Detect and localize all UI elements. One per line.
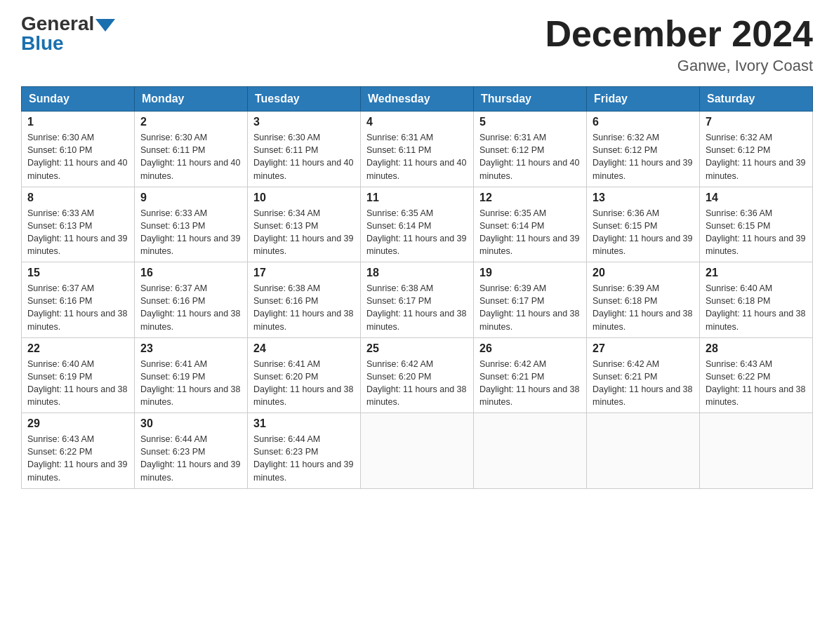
day-number: 16 (140, 267, 241, 279)
day-number: 3 (253, 116, 355, 128)
weekday-header: Wednesday (361, 87, 474, 112)
logo-blue: Blue (21, 34, 64, 53)
day-number: 11 (366, 192, 468, 204)
title-area: December 2024 Ganwe, Ivory Coast (545, 14, 813, 75)
weekday-header: Saturday (700, 87, 813, 112)
day-info: Sunrise: 6:38 AM Sunset: 6:17 PM Dayligh… (366, 282, 468, 333)
day-number: 15 (27, 267, 128, 279)
calendar-day-cell: 23Sunrise: 6:41 AM Sunset: 6:19 PM Dayli… (135, 337, 248, 413)
calendar-day-cell: 7Sunrise: 6:32 AM Sunset: 6:12 PM Daylig… (700, 112, 813, 187)
calendar-day-cell: 13Sunrise: 6:36 AM Sunset: 6:15 PM Dayli… (587, 187, 700, 262)
day-number: 2 (140, 116, 241, 128)
day-number: 8 (27, 192, 128, 204)
day-info: Sunrise: 6:40 AM Sunset: 6:19 PM Dayligh… (27, 358, 128, 409)
calendar-day-cell: 2Sunrise: 6:30 AM Sunset: 6:11 PM Daylig… (135, 112, 248, 187)
day-number: 24 (253, 342, 355, 355)
calendar-day-cell: 22Sunrise: 6:40 AM Sunset: 6:19 PM Dayli… (22, 337, 135, 413)
day-info: Sunrise: 6:32 AM Sunset: 6:12 PM Dayligh… (706, 131, 807, 182)
day-info: Sunrise: 6:41 AM Sunset: 6:20 PM Dayligh… (253, 358, 355, 409)
calendar-day-cell: 26Sunrise: 6:42 AM Sunset: 6:21 PM Dayli… (474, 337, 587, 413)
calendar-table: SundayMondayTuesdayWednesdayThursdayFrid… (21, 86, 813, 489)
day-number: 23 (140, 342, 241, 355)
calendar-day-cell: 31Sunrise: 6:44 AM Sunset: 6:23 PM Dayli… (248, 413, 361, 489)
day-number: 29 (27, 417, 128, 430)
day-number: 22 (27, 342, 128, 355)
day-info: Sunrise: 6:30 AM Sunset: 6:11 PM Dayligh… (253, 131, 355, 182)
day-number: 12 (479, 192, 581, 204)
weekday-header: Friday (587, 87, 700, 112)
calendar-day-cell: 8Sunrise: 6:33 AM Sunset: 6:13 PM Daylig… (22, 187, 135, 262)
calendar-week-row: 29Sunrise: 6:43 AM Sunset: 6:22 PM Dayli… (22, 413, 813, 489)
day-info: Sunrise: 6:42 AM Sunset: 6:21 PM Dayligh… (479, 358, 581, 409)
calendar-week-row: 1Sunrise: 6:30 AM Sunset: 6:10 PM Daylig… (22, 112, 813, 187)
day-info: Sunrise: 6:37 AM Sunset: 6:16 PM Dayligh… (140, 282, 241, 333)
day-number: 25 (366, 342, 468, 355)
calendar-day-cell: 6Sunrise: 6:32 AM Sunset: 6:12 PM Daylig… (587, 112, 700, 187)
calendar-day-cell (361, 413, 474, 489)
calendar-day-cell: 14Sunrise: 6:36 AM Sunset: 6:15 PM Dayli… (700, 187, 813, 262)
calendar-day-cell: 24Sunrise: 6:41 AM Sunset: 6:20 PM Dayli… (248, 337, 361, 413)
weekday-header: Sunday (22, 87, 135, 112)
calendar-day-cell: 4Sunrise: 6:31 AM Sunset: 6:11 PM Daylig… (361, 112, 474, 187)
day-info: Sunrise: 6:41 AM Sunset: 6:19 PM Dayligh… (140, 358, 241, 409)
day-number: 26 (479, 342, 581, 355)
day-number: 4 (366, 116, 468, 128)
day-info: Sunrise: 6:36 AM Sunset: 6:15 PM Dayligh… (593, 207, 694, 258)
day-number: 17 (253, 267, 355, 279)
calendar-day-cell: 3Sunrise: 6:30 AM Sunset: 6:11 PM Daylig… (248, 112, 361, 187)
day-number: 10 (253, 192, 355, 204)
day-info: Sunrise: 6:35 AM Sunset: 6:14 PM Dayligh… (479, 207, 581, 258)
calendar-day-cell (700, 413, 813, 489)
day-number: 5 (479, 116, 581, 128)
day-info: Sunrise: 6:37 AM Sunset: 6:16 PM Dayligh… (27, 282, 128, 333)
day-number: 1 (27, 116, 128, 128)
calendar-week-row: 8Sunrise: 6:33 AM Sunset: 6:13 PM Daylig… (22, 187, 813, 262)
day-info: Sunrise: 6:38 AM Sunset: 6:16 PM Dayligh… (253, 282, 355, 333)
day-number: 27 (593, 342, 694, 355)
day-number: 9 (140, 192, 241, 204)
day-number: 21 (706, 267, 807, 279)
day-info: Sunrise: 6:32 AM Sunset: 6:12 PM Dayligh… (593, 131, 694, 182)
day-info: Sunrise: 6:34 AM Sunset: 6:13 PM Dayligh… (253, 207, 355, 258)
logo: General Blue (21, 14, 115, 53)
day-number: 20 (593, 267, 694, 279)
calendar-day-cell: 17Sunrise: 6:38 AM Sunset: 6:16 PM Dayli… (248, 262, 361, 338)
page-title: December 2024 (545, 14, 813, 54)
calendar-day-cell: 25Sunrise: 6:42 AM Sunset: 6:20 PM Dayli… (361, 337, 474, 413)
weekday-header: Tuesday (248, 87, 361, 112)
day-info: Sunrise: 6:31 AM Sunset: 6:12 PM Dayligh… (479, 131, 581, 182)
day-number: 18 (366, 267, 468, 279)
day-number: 7 (706, 116, 807, 128)
logo-general: General (21, 14, 94, 34)
weekday-header: Thursday (474, 87, 587, 112)
calendar-day-cell (587, 413, 700, 489)
day-info: Sunrise: 6:39 AM Sunset: 6:18 PM Dayligh… (593, 282, 694, 333)
day-info: Sunrise: 6:35 AM Sunset: 6:14 PM Dayligh… (366, 207, 468, 258)
calendar-day-cell: 19Sunrise: 6:39 AM Sunset: 6:17 PM Dayli… (474, 262, 587, 338)
day-info: Sunrise: 6:33 AM Sunset: 6:13 PM Dayligh… (140, 207, 241, 258)
day-number: 31 (253, 417, 355, 430)
day-info: Sunrise: 6:40 AM Sunset: 6:18 PM Dayligh… (706, 282, 807, 333)
calendar-day-cell: 11Sunrise: 6:35 AM Sunset: 6:14 PM Dayli… (361, 187, 474, 262)
day-info: Sunrise: 6:44 AM Sunset: 6:23 PM Dayligh… (253, 433, 355, 484)
calendar-day-cell: 21Sunrise: 6:40 AM Sunset: 6:18 PM Dayli… (700, 262, 813, 338)
day-number: 19 (479, 267, 581, 279)
calendar-day-cell: 28Sunrise: 6:43 AM Sunset: 6:22 PM Dayli… (700, 337, 813, 413)
day-info: Sunrise: 6:43 AM Sunset: 6:22 PM Dayligh… (27, 433, 128, 484)
day-info: Sunrise: 6:30 AM Sunset: 6:11 PM Dayligh… (140, 131, 241, 182)
page-header: General Blue December 2024 Ganwe, Ivory … (21, 14, 813, 75)
calendar-day-cell: 1Sunrise: 6:30 AM Sunset: 6:10 PM Daylig… (22, 112, 135, 187)
calendar-day-cell: 20Sunrise: 6:39 AM Sunset: 6:18 PM Dayli… (587, 262, 700, 338)
day-info: Sunrise: 6:36 AM Sunset: 6:15 PM Dayligh… (706, 207, 807, 258)
day-number: 28 (706, 342, 807, 355)
day-number: 30 (140, 417, 241, 430)
calendar-day-cell: 27Sunrise: 6:42 AM Sunset: 6:21 PM Dayli… (587, 337, 700, 413)
calendar-week-row: 22Sunrise: 6:40 AM Sunset: 6:19 PM Dayli… (22, 337, 813, 413)
day-number: 14 (706, 192, 807, 204)
calendar-header-row: SundayMondayTuesdayWednesdayThursdayFrid… (22, 87, 813, 112)
day-info: Sunrise: 6:39 AM Sunset: 6:17 PM Dayligh… (479, 282, 581, 333)
day-info: Sunrise: 6:31 AM Sunset: 6:11 PM Dayligh… (366, 131, 468, 182)
calendar-day-cell: 15Sunrise: 6:37 AM Sunset: 6:16 PM Dayli… (22, 262, 135, 338)
logo-arrow-icon (95, 19, 115, 32)
calendar-week-row: 15Sunrise: 6:37 AM Sunset: 6:16 PM Dayli… (22, 262, 813, 338)
